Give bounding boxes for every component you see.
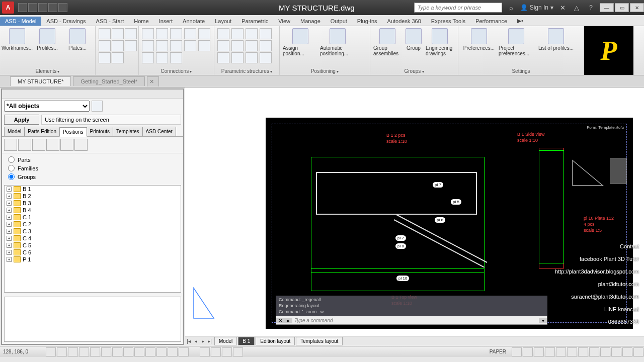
conn-tool-6[interactable] [142, 40, 154, 51]
apply-button[interactable]: Apply [4, 115, 39, 125]
elem-tool-7[interactable] [99, 52, 111, 63]
param-tool-8[interactable] [260, 40, 272, 51]
panel-tool-4[interactable] [46, 139, 59, 151]
cmd-close-icon[interactable]: ✕ [276, 318, 284, 323]
param-tool-9[interactable] [217, 52, 229, 63]
param-tool-5[interactable] [217, 40, 229, 51]
assign-position-button[interactable]: Assign position... [283, 28, 318, 56]
cmd-dropdown-icon[interactable]: ▾ [539, 318, 547, 323]
param-tool-10[interactable] [231, 52, 244, 63]
eng-drawings-button[interactable]: Engineering drawings [426, 28, 454, 56]
layout-nav-first[interactable]: |◂ [185, 338, 192, 344]
group-assemblies-button[interactable]: Group assemblies [373, 28, 401, 56]
ribbon-tab-view[interactable]: View [273, 17, 295, 26]
panel-tool-1[interactable] [4, 139, 17, 151]
param-tool-11[interactable] [246, 52, 258, 63]
radio-groups[interactable]: Groups [8, 173, 177, 180]
elem-tool-8[interactable] [112, 52, 124, 63]
conn-tool-1[interactable] [142, 28, 154, 39]
elem-tool-5[interactable] [112, 40, 124, 51]
maximize-button[interactable]: ▭ [615, 3, 629, 12]
subtab-parts-edition[interactable]: Parts Edition [24, 127, 60, 136]
plates-button[interactable]: Plates... [63, 28, 92, 51]
radio-parts[interactable]: Parts [8, 156, 177, 163]
ribbon-tab-annotate[interactable]: Annotate [178, 17, 210, 26]
qa-new[interactable] [18, 3, 27, 12]
doc-tab-getting-started[interactable]: Getting_Started_Steel* [73, 76, 145, 86]
layout-tab-edition[interactable]: Edition layout [256, 337, 295, 345]
infocenter-icon[interactable]: ⌕ [506, 3, 516, 13]
sb-ortho[interactable] [68, 347, 78, 356]
view-cube[interactable] [610, 158, 627, 184]
panel-tool-6[interactable] [74, 139, 88, 151]
conn-tool-12[interactable] [156, 52, 168, 63]
conn-tool-9[interactable] [184, 40, 196, 51]
conn-tool-3[interactable] [170, 28, 182, 39]
list-profiles-button[interactable]: List of profiles... [536, 28, 576, 56]
help-search-input[interactable] [414, 3, 502, 13]
radio-families[interactable]: Families [8, 165, 177, 171]
subtab-model[interactable]: Model [4, 127, 25, 136]
ribbon-tab-parametric[interactable]: Parametric [236, 17, 273, 26]
panel-tool-2[interactable] [18, 139, 31, 151]
ribbon-tab-insert[interactable]: Insert [154, 17, 178, 26]
sb-lwt[interactable] [145, 347, 155, 356]
layout-nav-last[interactable]: ▸| [206, 338, 213, 344]
sb-sc[interactable] [179, 347, 189, 356]
paper-space-canvas[interactable]: B 1 2 pcs scale 1:10 B 1 Side view scale… [185, 87, 644, 336]
sb-annoscale[interactable] [233, 347, 243, 356]
layout-tab-b1[interactable]: B 1 [238, 337, 255, 345]
ribbon-tab-plugins[interactable]: Plug-ins [352, 17, 382, 26]
sb-r1[interactable] [512, 347, 522, 356]
sb-snap[interactable] [46, 347, 56, 356]
paper-model-toggle[interactable]: PAPER [485, 349, 511, 354]
subtab-printouts[interactable]: Printouts [87, 127, 113, 136]
cmd-expand-icon[interactable]: ▸ [284, 318, 292, 323]
sb-r5[interactable] [556, 347, 566, 356]
elem-tool-4[interactable] [99, 40, 111, 51]
ribbon-tab-express[interactable]: Express Tools [426, 17, 470, 26]
sb-tpy[interactable] [156, 347, 167, 356]
sb-r6[interactable] [567, 347, 577, 356]
preferences-button[interactable]: Preferences... [461, 28, 497, 56]
sb-3dosnap[interactable] [101, 347, 111, 356]
parametric-group-label[interactable]: Parametric structures [217, 67, 276, 75]
group-button[interactable]: Group [404, 28, 424, 56]
sb-osnap[interactable] [90, 347, 100, 356]
sb-polar[interactable] [79, 347, 89, 356]
doc-tab-mystructure[interactable]: MY STRUCTURE* [10, 76, 71, 86]
subtab-positions[interactable]: Positions [59, 127, 87, 137]
ribbon-tab-a360[interactable]: Autodesk 360 [382, 17, 426, 26]
elem-tool-3[interactable] [125, 28, 137, 39]
help-icon[interactable]: ？ [586, 3, 596, 13]
ribbon-tab-manage[interactable]: Manage [295, 17, 326, 26]
conn-tool-7[interactable] [156, 40, 168, 51]
conn-tool-2[interactable] [156, 28, 168, 39]
cloud-icon[interactable]: △ [572, 3, 582, 13]
conn-tool-11[interactable] [142, 52, 154, 63]
project-prefs-button[interactable]: Project preferences... [499, 28, 534, 56]
elements-group-label[interactable]: Elements [3, 67, 92, 75]
ribbon-tab-asd-model[interactable]: ASD - Model [0, 17, 41, 26]
param-tool-1[interactable] [217, 28, 229, 39]
exchange-icon[interactable]: ✕ [557, 3, 568, 13]
param-tool-3[interactable] [246, 28, 258, 39]
sb-quickview-layouts[interactable] [211, 347, 221, 356]
filter-tool-icon[interactable] [92, 101, 103, 112]
auto-positioning-button[interactable]: Automatic positioning... [320, 28, 355, 56]
layout-nav-prev[interactable]: ◂ [192, 338, 199, 344]
filter-select[interactable]: *All objects [4, 101, 90, 112]
conn-tool-10[interactable] [198, 40, 210, 51]
sb-r7[interactable] [578, 347, 588, 356]
ribbon-tab-layout[interactable]: Layout [210, 17, 236, 26]
groups-group-label[interactable]: Groups [373, 67, 455, 75]
subtab-templates[interactable]: Templates [113, 127, 143, 136]
signin-button[interactable]: 👤 Sign In ▾ [520, 4, 553, 11]
param-tool-12[interactable] [260, 52, 272, 63]
conn-tool-13[interactable] [170, 52, 182, 63]
sb-quickview-drawings[interactable] [222, 347, 232, 356]
param-tool-2[interactable] [231, 28, 244, 39]
workframes-button[interactable]: Workframes... [3, 28, 31, 51]
command-input[interactable] [292, 318, 539, 323]
sb-r4[interactable] [545, 347, 555, 356]
